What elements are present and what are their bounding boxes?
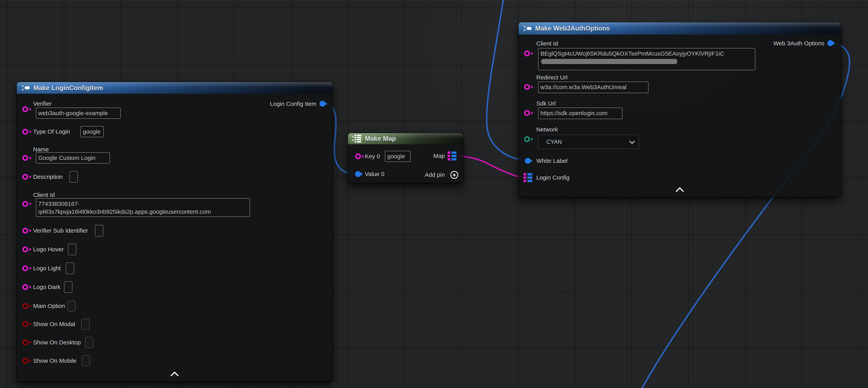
pin-label-login-config: Login Config	[536, 175, 569, 181]
pin-label-redirect-url: Redirect Url	[536, 74, 567, 81]
pin-label-logo-dark: Logo Dark	[33, 284, 60, 290]
input-pin-show-on-modal[interactable]	[22, 321, 28, 327]
type-of-login-input[interactable]: google	[81, 126, 104, 137]
input-pin-logo-dark[interactable]	[22, 284, 28, 290]
pin-label-show-on-modal: Show On Modal	[33, 321, 75, 327]
pin-label-type-of-login: Type Of Login	[33, 128, 70, 135]
pin-label-sdk-url: Sdk Url	[536, 100, 556, 107]
input-pin-verifier-sub-identifier[interactable]	[22, 228, 28, 234]
output-pin-web3auth-options[interactable]	[828, 40, 833, 46]
input-pin-logo-hover[interactable]	[22, 246, 28, 252]
key-0-input[interactable]: google	[385, 151, 410, 162]
pin-label-show-on-mobile: Show On Mobile	[33, 358, 76, 364]
input-pin-logo-light[interactable]	[22, 265, 28, 271]
input-pin-white-label[interactable]	[525, 158, 531, 164]
pin-label-name: Name	[33, 146, 49, 153]
logo-dark-input[interactable]	[64, 281, 72, 293]
collapse-node-chevron-icon[interactable]	[170, 371, 179, 380]
output-label-login-config-item: Login Config Item	[270, 101, 316, 107]
input-pin-verifier[interactable]	[22, 106, 28, 112]
verifier-input[interactable]: web3auth-google-example	[36, 108, 121, 119]
pin-label-logo-light: Logo Light	[33, 265, 61, 271]
node-title: Make Web3AuthOptions	[535, 25, 610, 32]
input-pin-network[interactable]	[524, 136, 530, 142]
show-on-modal-checkbox[interactable]	[81, 319, 90, 330]
pin-label-logo-hover: Logo Hover	[33, 246, 64, 252]
logo-light-input[interactable]	[66, 263, 74, 274]
add-pin-label: Add pin	[425, 172, 445, 178]
wire-map-to-loginconfig-glow	[459, 156, 524, 177]
input-pin-value-0[interactable]	[355, 171, 361, 177]
node-title: Make LoginConfigItem	[33, 84, 103, 92]
collapse-node-chevron-icon[interactable]	[676, 187, 684, 196]
input-pin-name[interactable]	[22, 155, 28, 161]
blueprint-graph-canvas[interactable]: ↘↗ Make LoginConfigItem Login Config Ite…	[0, 0, 868, 388]
node-header-make-web3authoptions[interactable]: ↘↗ Make Web3AuthOptions	[519, 22, 841, 35]
node-title: Make Map	[365, 135, 396, 142]
pin-label-main-option: Main Option	[33, 303, 65, 309]
redirect-url-input[interactable]: w3a://com.w3a.Web3AuthUnreal	[538, 82, 648, 93]
output-pin-login-config-item[interactable]	[319, 101, 326, 107]
output-pin-map[interactable]	[447, 151, 457, 160]
input-pin-show-on-mobile[interactable]	[22, 358, 28, 364]
add-pin-button[interactable]: +	[451, 171, 458, 179]
chevron-down-icon	[629, 139, 635, 144]
input-pin-sdk-url[interactable]	[524, 110, 530, 116]
input-pin-login-config[interactable]	[524, 173, 532, 182]
pin-label-key-0: Key 0	[365, 153, 380, 159]
output-label-map: Map	[433, 153, 445, 159]
input-pin-type-of-login[interactable]	[22, 129, 28, 135]
input-pin-show-on-desktop[interactable]	[22, 339, 28, 346]
input-pin-redirect-url[interactable]	[524, 84, 530, 90]
verifier-sub-identifier-input[interactable]	[95, 225, 103, 236]
pin-label-verifier: Verifier	[33, 100, 52, 107]
pin-label-value-0: Value 0	[365, 171, 384, 177]
network-dropdown[interactable]: CYAN	[538, 135, 639, 149]
make-struct-icon: ↘↗	[523, 25, 532, 32]
node-make-map[interactable]: ↘↗ Make Map Key 0 google Map Value 0 Add…	[348, 133, 463, 183]
description-input[interactable]	[69, 171, 78, 183]
pin-label-verifier-sub-identifier: Verifier Sub Identifier	[33, 228, 88, 234]
input-pin-description[interactable]	[22, 174, 28, 180]
make-map-icon: ↘↗	[351, 135, 361, 143]
input-pin-client-id[interactable]	[524, 51, 530, 56]
network-dropdown-value: CYAN	[546, 139, 562, 145]
main-option-checkbox[interactable]	[67, 300, 76, 311]
node-make-web3authoptions[interactable]: ↘↗ Make Web3AuthOptions Web 3Auth Option…	[518, 22, 841, 197]
show-on-mobile-checkbox[interactable]	[82, 355, 90, 366]
input-pin-client-id[interactable]	[22, 201, 28, 207]
logo-hover-input[interactable]	[68, 244, 76, 255]
pin-label-network: Network	[536, 126, 558, 133]
pin-label-white-label: White Label	[536, 158, 567, 164]
input-pin-key-0[interactable]	[355, 153, 361, 159]
input-pin-main-option[interactable]	[22, 303, 28, 309]
output-label-web3auth-options: Web 3Auth Options	[773, 40, 825, 47]
node-make-loginconfigitem[interactable]: ↘↗ Make LoginConfigItem Login Config Ite…	[17, 82, 333, 382]
pin-label-description: Description	[33, 174, 63, 180]
make-struct-icon: ↘↗	[21, 85, 30, 91]
client-id-input[interactable]: 774338308167-q463s7kpvja16l4l0kko3nb925i…	[36, 198, 250, 217]
pin-label-show-on-desktop: Show On Desktop	[33, 339, 81, 346]
node-header-make-map[interactable]: ↘↗ Make Map	[348, 133, 463, 145]
node-header-make-loginconfigitem[interactable]: ↘↗ Make LoginConfigItem	[17, 82, 333, 94]
sdk-url-input[interactable]: https://sdk.openlogin.com	[538, 108, 622, 119]
pin-label-client-id: Client Id	[33, 192, 55, 198]
name-input[interactable]: Google Custom Login	[36, 152, 110, 163]
show-on-desktop-checkbox[interactable]	[85, 337, 93, 348]
pin-label-client-id: Client Id	[536, 40, 558, 47]
client-id-scrollbar[interactable]	[541, 59, 677, 64]
